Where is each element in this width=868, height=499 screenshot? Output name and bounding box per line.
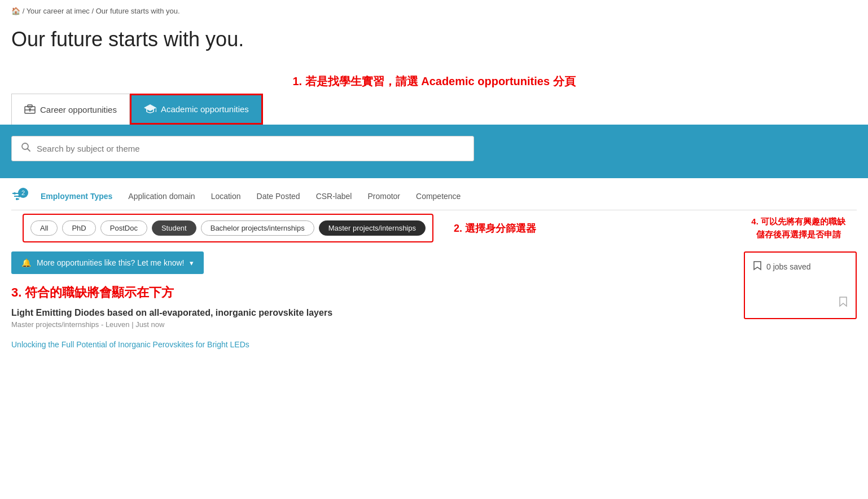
right-content: 0 jobs saved: [744, 251, 857, 349]
pill-phd[interactable]: PhD: [62, 220, 95, 236]
blue-section: [0, 125, 868, 178]
filter-tab-csr-label[interactable]: CSR-label: [308, 188, 360, 204]
filters-section: 2 Employment Types Application domain Lo…: [0, 178, 868, 242]
annotation-4-line1: 4. 可以先將有興趣的職缺: [751, 215, 845, 228]
search-icon: [21, 142, 31, 155]
svg-rect-1: [28, 105, 32, 107]
tab-academic-label: Academic opportunities: [161, 104, 249, 114]
main-content: 🔔 More opportunities like this? Let me k…: [0, 242, 868, 358]
filter-tabs: 2 Employment Types Application domain Lo…: [11, 188, 857, 210]
pill-master[interactable]: Master projects/internships: [319, 220, 426, 236]
page-title: Our future starts with you.: [0, 22, 868, 68]
home-icon: 🏠: [11, 7, 20, 15]
saved-jobs-box: 0 jobs saved: [744, 251, 857, 319]
filter-tab-date-posted[interactable]: Date Posted: [249, 188, 308, 204]
breadcrumb-separator: /: [23, 7, 27, 15]
pills-container: All PhD PostDoc Student Bachelor project…: [23, 214, 433, 242]
annotation-4-line2: 儲存後再選擇是否申請: [751, 228, 845, 241]
left-content: 🔔 More opportunities like this? Let me k…: [11, 251, 733, 349]
filter-icon[interactable]: 2: [11, 191, 24, 201]
breadcrumb-link-career[interactable]: Your career at imec: [27, 7, 90, 15]
job-meta-1: Master projects/internships - Leuven | J…: [11, 320, 733, 329]
svg-point-7: [155, 111, 156, 112]
annotation-1: 1. 若是找學生實習，請選 Academic opportunities 分頁: [0, 68, 868, 94]
academic-icon: [144, 103, 156, 115]
svg-marker-5: [144, 104, 156, 111]
pills-row: All PhD PostDoc Student Bachelor project…: [11, 214, 857, 242]
pill-postdoc[interactable]: PostDoc: [100, 220, 147, 236]
pill-all[interactable]: All: [30, 220, 58, 236]
filter-tab-employment-types[interactable]: Employment Types: [33, 188, 120, 204]
annotation-4: 4. 可以先將有興趣的職缺 儲存後再選擇是否申請: [751, 215, 845, 241]
filter-badge: 2: [18, 188, 28, 198]
svg-point-15: [16, 198, 18, 200]
saved-jobs-header: 0 jobs saved: [753, 260, 811, 272]
breadcrumb-current: Our future starts with you.: [96, 7, 180, 15]
bell-icon: 🔔: [21, 258, 31, 267]
filter-tab-competence[interactable]: Competence: [408, 188, 468, 204]
tab-academic-opportunities[interactable]: Academic opportunities: [130, 94, 263, 125]
chevron-down-icon: ▾: [190, 259, 194, 267]
filter-tab-application-domain[interactable]: Application domain: [120, 188, 203, 204]
notify-label: More opportunities like this? Let me kno…: [37, 258, 184, 267]
breadcrumb-separator2: /: [92, 7, 96, 15]
search-input[interactable]: [37, 144, 464, 153]
saved-jobs-label: 0 jobs saved: [766, 262, 811, 271]
notify-banner[interactable]: 🔔 More opportunities like this? Let me k…: [11, 251, 204, 274]
tab-career-label: Career opportunities: [40, 105, 117, 114]
search-bar: [11, 136, 474, 161]
filter-tab-location[interactable]: Location: [203, 188, 249, 204]
career-icon: [24, 104, 36, 116]
save-bookmark-icon[interactable]: [839, 296, 848, 310]
tab-career-opportunities[interactable]: Career opportunities: [11, 94, 130, 125]
breadcrumb: 🏠 / Your career at imec / Our future sta…: [0, 0, 868, 22]
svg-line-9: [28, 149, 30, 152]
annotation-3: 3. 符合的職缺將會顯示在下方: [11, 284, 733, 301]
job-link-1[interactable]: Unlocking the Full Potential of Inorgani…: [11, 340, 249, 349]
filter-tab-promotor[interactable]: Promotor: [360, 188, 408, 204]
job-title-1: Light Emitting Diodes based on all-evapo…: [11, 308, 733, 318]
annotation-2: 2. 選擇身分篩選器: [454, 222, 536, 235]
tabs-bar: Career opportunities Academic opportunit…: [0, 94, 868, 125]
svg-point-13: [14, 192, 16, 195]
bookmark-icon: [753, 260, 762, 272]
pill-bachelor[interactable]: Bachelor projects/internships: [201, 220, 314, 236]
pill-student[interactable]: Student: [152, 220, 196, 236]
